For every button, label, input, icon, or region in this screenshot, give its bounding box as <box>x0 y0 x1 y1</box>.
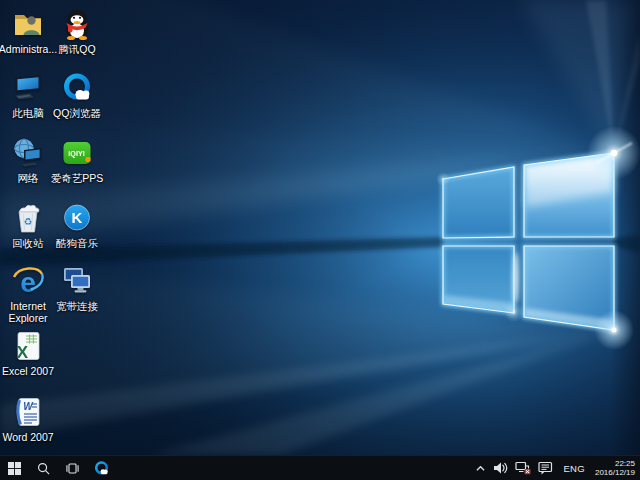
windows-start-icon <box>8 462 21 475</box>
desktop-icon-qq-browser[interactable]: QQ浏览器 <box>49 71 105 119</box>
clock[interactable]: 22:25 2016/12/19 <box>593 456 637 480</box>
computer-icon <box>11 71 45 105</box>
ie-logo-text: e <box>20 267 36 298</box>
search-button[interactable] <box>29 456 58 480</box>
icon-label: 网络 <box>18 172 39 184</box>
taskbar-qq-browser-button[interactable] <box>87 456 116 480</box>
action-center-icon <box>538 461 553 475</box>
user-folder-icon <box>11 7 45 41</box>
icon-label: Excel 2007 <box>2 365 54 377</box>
icon-label: Internet Explorer <box>0 300 56 324</box>
start-button[interactable] <box>0 456 29 480</box>
desktop-icon-recycle-bin[interactable]: ♻ 回收站 <box>0 201 56 249</box>
icon-label: 酷狗音乐 <box>56 237 98 249</box>
clock-time: 22:25 <box>595 459 635 468</box>
iqiyi-icon: iQIYI <box>60 136 94 170</box>
network-status-button[interactable] <box>513 456 533 480</box>
kugou-logo-text: K <box>72 209 83 226</box>
qq-browser-icon <box>93 460 110 477</box>
icon-label: 爱奇艺PPS <box>51 172 104 184</box>
taskbar: ENG 22:25 2016/12/19 <box>0 455 640 480</box>
task-view-button[interactable] <box>58 456 87 480</box>
ie-icon: e <box>11 264 45 298</box>
desktop-icon-this-pc[interactable]: 此电脑 <box>0 71 56 119</box>
desktop-icon-kugou-music[interactable]: K 酷狗音乐 <box>49 201 105 249</box>
icon-label: 此电脑 <box>12 107 44 119</box>
volume-button[interactable] <box>491 456 510 480</box>
qq-penguin-icon <box>60 7 94 41</box>
search-icon <box>37 462 50 475</box>
excel-logo-text: X <box>17 343 29 362</box>
icon-label: 回收站 <box>12 237 44 249</box>
desktop-icon-internet-explorer[interactable]: e Internet Explorer <box>0 264 56 324</box>
desktop-icon-excel-2007[interactable]: X Excel 2007 <box>0 329 56 377</box>
icon-label: 宽带连接 <box>56 300 98 312</box>
dual-monitors-icon <box>60 264 94 298</box>
desktop-icon-administrator[interactable]: Administra... <box>0 7 56 55</box>
system-tray: ENG 22:25 2016/12/19 <box>473 456 640 480</box>
icon-label: 腾讯QQ <box>58 43 95 55</box>
desktop-icon-iqiyi-pps[interactable]: iQIYI 爱奇艺PPS <box>49 136 105 184</box>
show-hidden-icons-button[interactable] <box>473 456 488 480</box>
windows-desktop: Administra... 腾讯QQ 此电脑 <box>0 0 640 480</box>
icon-label: QQ浏览器 <box>53 107 101 119</box>
recycle-symbol: ♻ <box>24 216 33 227</box>
desktop-icon-broadband[interactable]: 宽带连接 <box>49 264 105 312</box>
desktop-icon-tencent-qq[interactable]: 腾讯QQ <box>49 7 105 55</box>
action-center-button[interactable] <box>536 456 555 480</box>
excel-icon: X <box>11 329 45 363</box>
word-logo-text: W <box>23 401 34 412</box>
chevron-up-icon <box>475 464 486 473</box>
task-view-icon <box>66 462 79 475</box>
word-icon: W <box>11 395 45 429</box>
network-disconnected-icon <box>515 461 531 475</box>
recycle-bin-icon: ♻ <box>11 201 45 235</box>
taskbar-left <box>0 456 116 480</box>
language-indicator[interactable]: ENG <box>558 456 590 480</box>
icon-label: Word 2007 <box>2 431 53 443</box>
network-globe-icon <box>11 136 45 170</box>
desktop-icon-network[interactable]: 网络 <box>0 136 56 184</box>
iqiyi-logo-text: iQIYI <box>68 149 84 158</box>
speaker-icon <box>493 461 508 475</box>
clock-date: 2016/12/19 <box>595 468 635 477</box>
qq-browser-icon <box>60 71 94 105</box>
desktop-icon-word-2007[interactable]: W Word 2007 <box>0 395 56 443</box>
kugou-icon: K <box>60 201 94 235</box>
